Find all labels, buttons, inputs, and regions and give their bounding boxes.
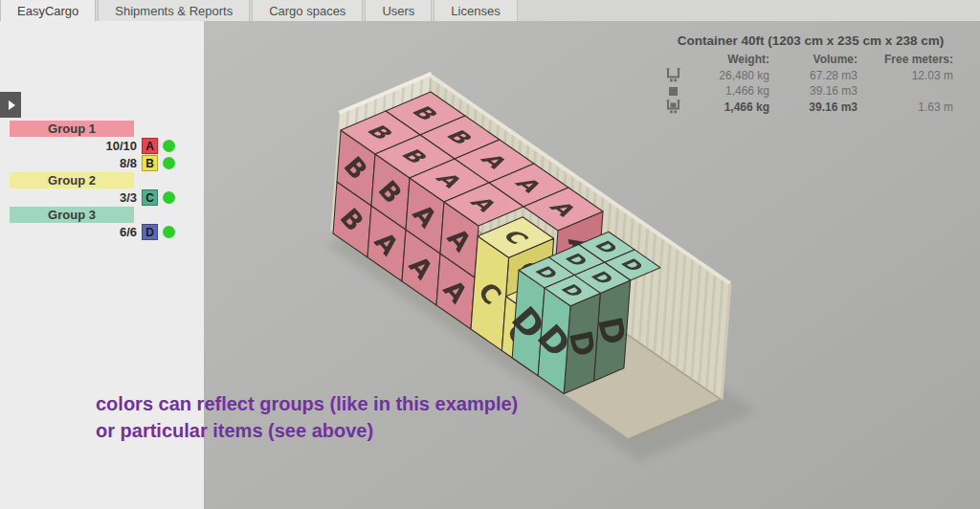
weight-header: Weight: (691, 53, 769, 66)
group-header[interactable]: Group 1 (10, 121, 134, 137)
loaded-free: 1.63 m (858, 100, 953, 114)
tab-licenses[interactable]: Licenses (434, 0, 517, 21)
item-count: 10/10 (105, 139, 137, 153)
item-row[interactable]: 8/8 B (0, 155, 175, 171)
chevron-right-icon (9, 100, 15, 110)
item-row[interactable]: 10/10 A (0, 138, 175, 154)
annotation-text: colors can reflect groups (like in this … (96, 390, 518, 444)
tab-shipments-reports[interactable]: Shipments & Reports (98, 0, 250, 21)
info-row-loaded: 1,466 kg 39.16 m3 1.63 m (664, 100, 957, 116)
item-count: 6/6 (120, 225, 137, 239)
item-color-swatch[interactable]: C (142, 189, 158, 206)
tab-bar: EasyCargo Shipments & Reports Cargo spac… (0, 0, 980, 21)
container-title: Container 40ft (1203 cm x 235 cm x 238 c… (664, 33, 957, 48)
container-loaded-icon (664, 99, 691, 115)
item-row[interactable]: 6/6 D (0, 224, 175, 240)
item-color-swatch[interactable]: D (142, 224, 158, 240)
capacity-weight: 26,480 kg (691, 69, 769, 82)
status-dot (163, 226, 175, 238)
item-count: 8/8 (120, 156, 137, 170)
sidebar-collapse-toggle[interactable] (0, 92, 21, 118)
free-meters-header: Free meters: (858, 53, 953, 66)
loaded-volume: 39.16 m3 (769, 100, 858, 114)
container-info-panel: Container 40ft (1203 cm x 235 cm x 238 c… (664, 33, 957, 115)
container-empty-icon (664, 67, 691, 83)
group-header[interactable]: Group 3 (10, 207, 134, 223)
info-row-capacity: 26,480 kg 67.28 m3 12.03 m (664, 68, 957, 84)
item-color-swatch[interactable]: B (142, 155, 158, 171)
tab-cargo-spaces[interactable]: Cargo spaces (252, 0, 363, 21)
item-row[interactable]: 3/3 C (0, 189, 175, 206)
group-list: Group 1 10/10 A 8/8 B Group 2 3/3 C Grou… (0, 121, 204, 241)
capacity-volume: 67.28 m3 (769, 69, 858, 82)
volume-header: Volume: (769, 53, 858, 66)
status-dot (163, 140, 175, 152)
tab-easycargo[interactable]: EasyCargo (0, 0, 96, 21)
cargo-square-icon (664, 83, 691, 100)
loaded-weight: 1,466 kg (691, 100, 769, 114)
tab-users[interactable]: Users (365, 0, 432, 21)
group-header[interactable]: Group 2 (10, 172, 134, 188)
info-header-row: Weight: Volume: Free meters: (664, 52, 957, 68)
info-row-cargo: 1,466 kg 39.16 m3 (664, 83, 957, 100)
item-count: 3/3 (120, 190, 137, 205)
annotation-line-2: or particular items (see above) (96, 417, 518, 444)
status-dot (163, 157, 175, 169)
capacity-free: 12.03 m (858, 69, 953, 82)
cargo-weight: 1,466 kg (691, 84, 769, 98)
item-color-swatch[interactable]: A (142, 138, 158, 154)
status-dot (163, 191, 175, 204)
annotation-line-1: colors can reflect groups (like in this … (96, 390, 518, 417)
cargo-volume: 39.16 m3 (769, 84, 858, 98)
